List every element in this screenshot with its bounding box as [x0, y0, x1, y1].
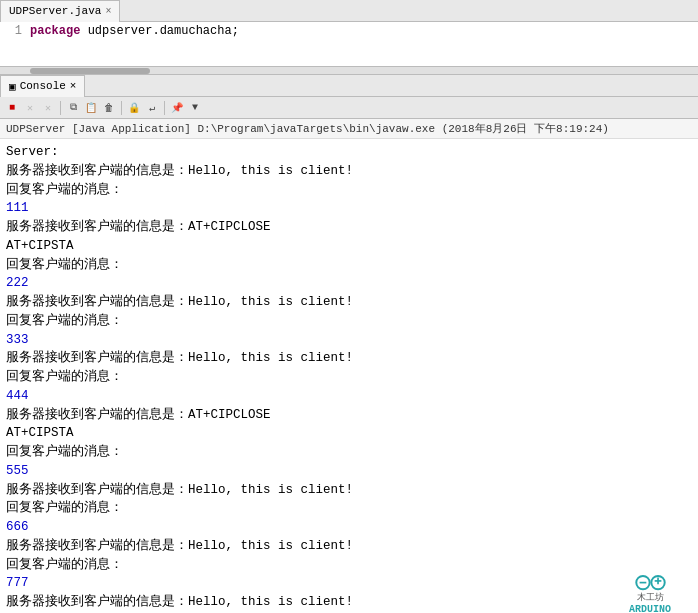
code-text-1: udpserver.damuchacha;: [88, 24, 239, 38]
console-line: 777: [6, 574, 692, 593]
arduino-logo: [623, 572, 678, 593]
console-line: 服务器接收到客户端的信息是：Hello, this is client!: [6, 349, 692, 368]
keyword-package: package: [30, 24, 80, 38]
line-number-1: 1: [2, 24, 30, 38]
console-line: 回复客户端的消息：: [6, 499, 692, 518]
toolbar-separator-3: [164, 101, 165, 115]
console-line: 444: [6, 387, 692, 406]
console-toolbar: ■ ✕ ✕ ⧉ 📋 🗑 🔒 ↵ 📌 ▼: [0, 97, 698, 119]
console-line: 服务器接收到客户端的信息是：AT+CIPCLOSE: [6, 406, 692, 425]
console-line: AT+CIPSTA: [6, 237, 692, 256]
console-line: 服务器接收到客户端的信息是：Hello, this is client!: [6, 162, 692, 181]
console-line: 回复客户端的消息：: [6, 556, 692, 575]
console-line: 回复客户端的消息：: [6, 312, 692, 331]
console-line: AT+CIPSTA: [6, 424, 692, 443]
console-line: 服务器接收到客户端的信息是：Hello, this is client!: [6, 481, 692, 500]
console-line: 222: [6, 274, 692, 293]
code-content-1: package udpserver.damuchacha;: [30, 24, 239, 38]
console-line: Server:: [6, 143, 692, 162]
console-output-wrapper: Server:服务器接收到客户端的信息是：Hello, this is clie…: [0, 139, 698, 613]
console-line: 服务器接收到客户端的信息是：AT+CIPCLOSE: [6, 218, 692, 237]
terminate-button[interactable]: ✕: [22, 100, 38, 116]
toolbar-separator-2: [121, 101, 122, 115]
editor-tab-bar: UDPServer.java ×: [0, 0, 698, 22]
watermark-text-line2: ARDUINO: [629, 604, 671, 613]
editor-tab-label: UDPServer.java: [9, 5, 101, 17]
remove-button[interactable]: ✕: [40, 100, 56, 116]
console-line: 服务器接收到客户端的信息是：Hello, this is client!: [6, 293, 692, 312]
console-line: 回复客户端的消息：: [6, 181, 692, 200]
editor-tab[interactable]: UDPServer.java ×: [0, 0, 120, 22]
scrollbar-thumb[interactable]: [30, 68, 150, 74]
scroll-lock-button[interactable]: 🔒: [126, 100, 142, 116]
stop-button[interactable]: ■: [4, 100, 20, 116]
console-output: Server:服务器接收到客户端的信息是：Hello, this is clie…: [0, 139, 698, 613]
console-line: 回复客户端的消息：: [6, 368, 692, 387]
console-line: 111: [6, 199, 692, 218]
console-tab-bar: ▣ Console ×: [0, 75, 698, 97]
code-editor: 1 package udpserver.damuchacha;: [0, 22, 698, 67]
toolbar-separator-1: [60, 101, 61, 115]
console-line: 回复客户端的消息：: [6, 443, 692, 462]
word-wrap-button[interactable]: ↵: [144, 100, 160, 116]
console-info-bar: UDPServer [Java Application] D:\Program\…: [0, 119, 698, 139]
pin-button[interactable]: 📌: [169, 100, 185, 116]
console-tab-label: Console: [20, 80, 66, 92]
code-line-1: 1 package udpserver.damuchacha;: [0, 22, 698, 40]
console-line: 服务器接收到客户端的信息是：Hello, this is client!: [6, 537, 692, 556]
console-tab[interactable]: ▣ Console ×: [0, 75, 85, 97]
console-info-text: UDPServer [Java Application] D:\Program\…: [6, 121, 609, 136]
console-line: 回复客户端的消息：: [6, 256, 692, 275]
console-tab-close-icon[interactable]: ×: [70, 80, 77, 92]
console-line: 666: [6, 518, 692, 537]
console-tab-icon: ▣: [9, 80, 16, 93]
watermark: 木工坊 ARDUINO 中文社区: [610, 572, 690, 613]
console-line: 服务器接收到客户端的信息是：Hello, this is client!: [6, 593, 692, 612]
console-line: 555: [6, 462, 692, 481]
horizontal-scrollbar[interactable]: [0, 67, 698, 75]
view-menu-button[interactable]: ▼: [187, 100, 203, 116]
clear-button[interactable]: 🗑: [101, 100, 117, 116]
copy-button[interactable]: ⧉: [65, 100, 81, 116]
watermark-text-line1: 木工坊: [637, 593, 664, 604]
paste-button[interactable]: 📋: [83, 100, 99, 116]
console-line: 333: [6, 331, 692, 350]
editor-tab-close-icon[interactable]: ×: [105, 6, 111, 17]
